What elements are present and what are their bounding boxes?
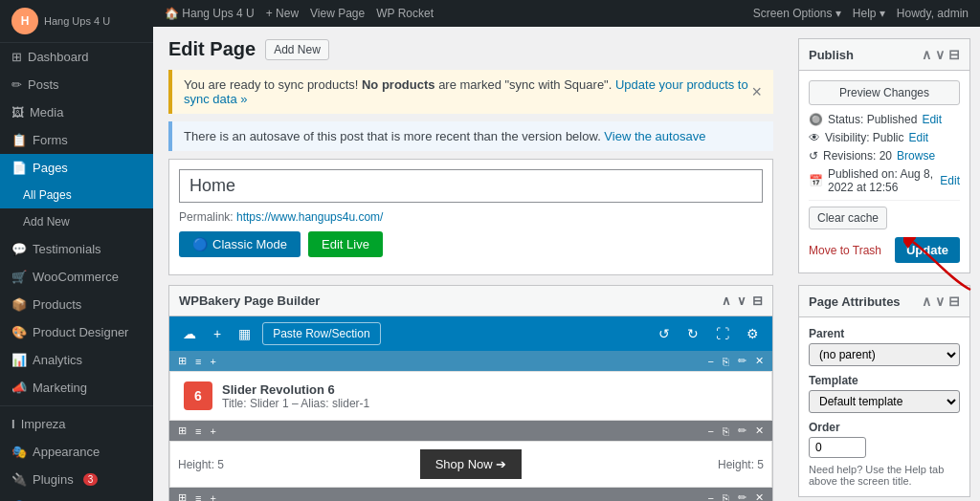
clear-cache-button[interactable]: Clear cache bbox=[809, 207, 887, 229]
sidebar-item-forms[interactable]: 📋 Forms bbox=[0, 126, 153, 154]
row3-delete-icon[interactable]: ✕ bbox=[752, 490, 767, 501]
row2-edit-icon[interactable]: ✏ bbox=[735, 424, 749, 438]
row3-edit-icon[interactable]: ✏ bbox=[735, 490, 749, 501]
sidebar-item-plugins[interactable]: 🔌 Plugins 3 bbox=[0, 466, 153, 493]
toggle-icon[interactable]: ⊟ bbox=[948, 47, 960, 62]
main-area: 🏠 Hang Ups 4 U + New View Page WP Rocket… bbox=[153, 0, 980, 501]
view-page-link[interactable]: View Page bbox=[310, 7, 365, 20]
sidebar-item-add-new[interactable]: Add New bbox=[0, 208, 153, 235]
row-minus-icon[interactable]: − bbox=[705, 355, 717, 368]
sidebar-item-testimonials[interactable]: 💬 Testimonials bbox=[0, 235, 153, 263]
sync-link[interactable]: Update your products to sync data » bbox=[184, 77, 748, 106]
page-header: Edit Page Add New bbox=[168, 38, 773, 60]
collapse-down-icon[interactable]: ∨ bbox=[935, 47, 945, 62]
wpb-grid-button[interactable]: ▦ bbox=[233, 322, 256, 345]
row-edit-icon[interactable]: ✏ bbox=[735, 354, 749, 368]
edit-live-button[interactable]: Edit Live bbox=[308, 231, 383, 257]
sidebar-item-dashboard[interactable]: ⊞ Dashboard bbox=[0, 43, 153, 71]
order-input[interactable] bbox=[809, 437, 866, 458]
row3-minus-icon[interactable]: − bbox=[705, 491, 717, 502]
sidebar-item-impreza[interactable]: I Impreza bbox=[0, 410, 153, 438]
media-icon: 🖼 bbox=[11, 105, 24, 120]
row3-add-icon[interactable]: + bbox=[207, 491, 218, 502]
maximize-icon[interactable]: ⊟ bbox=[752, 294, 763, 308]
move-to-trash-link[interactable]: Move to Trash bbox=[809, 244, 881, 257]
wpb-add-button[interactable]: + bbox=[208, 322, 227, 345]
row-delete-icon[interactable]: ✕ bbox=[752, 354, 767, 368]
row2-copy-icon[interactable]: ⎘ bbox=[720, 425, 732, 438]
row2-minus-icon[interactable]: − bbox=[705, 425, 717, 438]
wpb-element-button[interactable]: ☁ bbox=[177, 322, 202, 345]
visibility-edit-link[interactable]: Edit bbox=[908, 131, 928, 144]
sidebar-item-users[interactable]: 👤 Users bbox=[0, 493, 153, 501]
new-link[interactable]: + New bbox=[266, 7, 299, 20]
admin-user[interactable]: Howdy, admin bbox=[897, 7, 969, 20]
sidebar-item-all-pages[interactable]: All Pages bbox=[0, 182, 153, 208]
row2-list-icon[interactable]: ≡ bbox=[192, 425, 204, 438]
sidebar-item-marketing[interactable]: 📣 Marketing bbox=[0, 374, 153, 402]
sidebar-item-woocommerce[interactable]: 🛒 WooCommerce bbox=[0, 263, 153, 291]
warning-notice-close[interactable]: × bbox=[751, 83, 762, 100]
fullscreen-button[interactable]: ⛶ bbox=[710, 322, 735, 345]
status-edit-link[interactable]: Edit bbox=[922, 113, 942, 126]
update-arrow bbox=[903, 237, 980, 294]
sidebar-item-products[interactable]: 📦 Products bbox=[0, 291, 153, 318]
row3-list-icon[interactable]: ≡ bbox=[192, 491, 204, 502]
shop-now-row: Height: 5 Shop Now ➔ Height: 5 bbox=[169, 441, 772, 488]
pa-toggle-icon[interactable]: ⊟ bbox=[948, 294, 960, 309]
permalink-label: Permalink: bbox=[179, 210, 234, 224]
revisions-browse-link[interactable]: Browse bbox=[897, 149, 935, 163]
collapse-up-icon[interactable]: ∧ bbox=[922, 47, 931, 62]
row3-copy-icon[interactable]: ⎘ bbox=[720, 491, 732, 502]
wpbakery-title: WPBakery Page Builder bbox=[179, 294, 320, 308]
sidebar-label-analytics: Analytics bbox=[33, 353, 82, 367]
add-new-button[interactable]: Add New bbox=[265, 39, 329, 60]
height-right: Height: 5 bbox=[718, 458, 764, 471]
classic-icon: 🔵 bbox=[192, 237, 208, 251]
pa-collapse-up-icon[interactable]: ∧ bbox=[922, 294, 931, 309]
help-link[interactable]: Help ▾ bbox=[853, 7, 885, 20]
undo-button[interactable]: ↺ bbox=[653, 322, 676, 345]
woocommerce-icon: 🛒 bbox=[11, 270, 27, 284]
pages-icon: 📄 bbox=[11, 161, 27, 175]
autosave-link[interactable]: View the autosave bbox=[604, 129, 705, 143]
sidebar-item-pages[interactable]: 📄 Pages bbox=[0, 154, 153, 182]
preview-button[interactable]: Preview Changes bbox=[809, 80, 960, 105]
screen-options-link[interactable]: Screen Options ▾ bbox=[753, 7, 841, 20]
redo-button[interactable]: ↻ bbox=[681, 322, 704, 345]
sidebar-item-appearance[interactable]: 🎭 Appearance bbox=[0, 438, 153, 466]
sidebar-label-woocommerce: WooCommerce bbox=[33, 270, 119, 284]
row-copy-icon[interactable]: ⎘ bbox=[720, 355, 732, 368]
template-select[interactable]: Default template bbox=[809, 390, 960, 413]
sidebar-item-media[interactable]: 🖼 Media bbox=[0, 98, 153, 126]
expand-icon[interactable]: ∨ bbox=[737, 294, 746, 308]
post-title-input[interactable] bbox=[179, 169, 763, 203]
sidebar-item-analytics[interactable]: 📊 Analytics bbox=[0, 346, 153, 374]
parent-select[interactable]: (no parent) bbox=[809, 343, 960, 366]
sidebar-item-product-designer[interactable]: 🎨 Product Designer bbox=[0, 318, 153, 346]
sidebar-label-posts: Posts bbox=[28, 77, 59, 92]
row2-expand-icon[interactable]: ⊞ bbox=[175, 424, 189, 438]
collapse-icon[interactable]: ∧ bbox=[722, 294, 731, 308]
sidebar-item-posts[interactable]: ✏ Posts bbox=[0, 71, 153, 98]
published-edit-link[interactable]: Edit bbox=[940, 174, 960, 187]
sidebar-label-appearance: Appearance bbox=[33, 445, 100, 459]
row2-add-icon[interactable]: + bbox=[207, 425, 218, 438]
permalink-url[interactable]: https://www.hangups4u.com/ bbox=[236, 210, 383, 224]
row3-expand-icon[interactable]: ⊞ bbox=[175, 490, 189, 501]
visibility-row: 👁 Visibility: Public Edit bbox=[809, 131, 960, 144]
paste-row-button[interactable]: Paste Row/Section bbox=[262, 322, 380, 345]
site-title-bar[interactable]: 🏠 Hang Ups 4 U bbox=[165, 7, 255, 20]
analytics-icon: 📊 bbox=[11, 353, 27, 367]
settings-button[interactable]: ⚙ bbox=[741, 322, 765, 345]
row2-delete-icon[interactable]: ✕ bbox=[752, 424, 767, 438]
classic-mode-button[interactable]: 🔵 Classic Mode bbox=[179, 231, 301, 257]
row-list-icon[interactable]: ≡ bbox=[192, 355, 204, 368]
row-expand-icon[interactable]: ⊞ bbox=[175, 354, 189, 368]
sidebar-label-plugins: Plugins bbox=[33, 472, 74, 487]
pa-collapse-down-icon[interactable]: ∨ bbox=[935, 294, 945, 309]
sidebar-label-all-pages: All Pages bbox=[23, 188, 72, 202]
shop-now-button[interactable]: Shop Now ➔ bbox=[420, 449, 523, 479]
row-add-icon[interactable]: + bbox=[207, 355, 218, 368]
wp-rocket-link[interactable]: WP Rocket bbox=[376, 7, 434, 20]
